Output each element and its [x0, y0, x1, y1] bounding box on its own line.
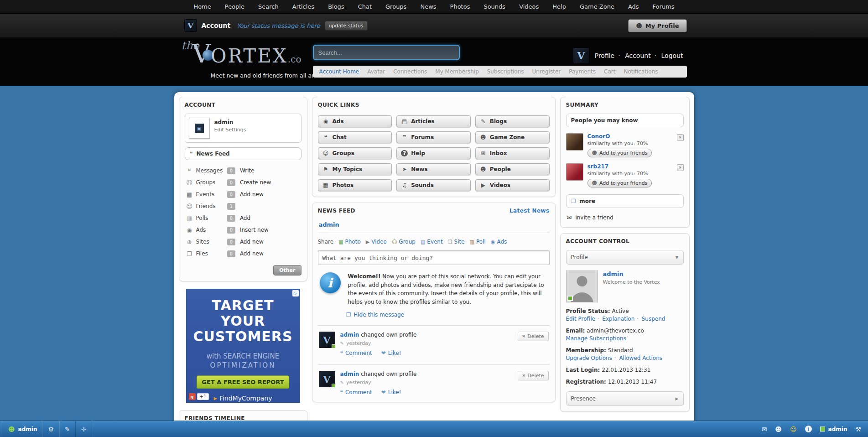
ad-cta-button[interactable]: GET A FREE SEO REPORT — [197, 375, 289, 389]
footer-messages-button[interactable]: ✉ — [758, 421, 771, 437]
plusone-button[interactable]: +1 — [197, 393, 209, 400]
create-new-link[interactable]: Create new — [240, 179, 271, 186]
google-plusone-widget[interactable]: g +1 — [189, 393, 209, 400]
messages-link[interactable]: Messages — [196, 167, 224, 174]
hide-message-link[interactable]: Hide this message — [353, 312, 404, 318]
quick-link-chat[interactable]: ❝Chat — [318, 131, 392, 143]
more-button[interactable]: ❐ more — [566, 194, 684, 208]
presence-section-toggle[interactable]: Presence ▶ — [566, 391, 684, 406]
other-button[interactable]: Other — [273, 265, 301, 276]
add-friend-button[interactable]: ☻Add to your friends — [587, 179, 652, 187]
my-profile-button[interactable]: ☻ My Profile — [628, 19, 686, 32]
footer-people-button[interactable]: ☻ — [771, 421, 786, 437]
nav-sounds[interactable]: Sounds — [483, 3, 505, 10]
quick-link-videos[interactable]: ▶Videos — [475, 179, 550, 191]
suspend-link[interactable]: Suspend — [636, 316, 665, 322]
person-name-link[interactable]: srb217 — [587, 163, 609, 170]
footer-info-button[interactable]: i — [801, 421, 816, 437]
share-poll-link[interactable]: ▥Poll — [470, 239, 486, 245]
person-avatar[interactable] — [566, 133, 583, 151]
nav-people[interactable]: People — [225, 3, 244, 10]
nav-chat[interactable]: Chat — [358, 3, 372, 10]
nav-photos[interactable]: Photos — [450, 3, 470, 10]
subnav-unregister[interactable]: Unregister — [532, 68, 561, 75]
groups-link[interactable]: Groups — [196, 179, 224, 186]
subnav-my-membership[interactable]: My Membership — [435, 68, 478, 75]
profile-avatar[interactable] — [566, 271, 598, 302]
nav-home[interactable]: Home — [193, 3, 211, 10]
feed-user-link[interactable]: admin — [340, 371, 359, 377]
add-new-link[interactable]: Add new — [240, 239, 264, 245]
footer-user-button[interactable]: ☻ admin — [3, 421, 42, 437]
adchoices-icon[interactable]: ▷ — [292, 290, 299, 297]
share-site-link[interactable]: ❐Site — [448, 239, 465, 245]
quick-link-help[interactable]: ?Help — [396, 147, 471, 159]
edit-profile-link[interactable]: Edit Profile — [566, 316, 595, 322]
nav-search[interactable]: Search — [258, 3, 279, 10]
subnav-account-home[interactable]: Account Home — [319, 68, 359, 75]
nav-help[interactable]: Help — [552, 3, 566, 10]
subnav-cart[interactable]: Cart — [604, 68, 615, 75]
subnav-notifications[interactable]: Notifications — [624, 68, 658, 75]
nav-groups[interactable]: Groups — [385, 3, 406, 10]
status-message-link[interactable]: Your status message is here — [237, 22, 320, 29]
invite-friend-link[interactable]: ✉ invite a friend — [567, 214, 683, 221]
share-video-link[interactable]: ▶Video — [366, 239, 387, 245]
news-feed-toggle[interactable]: ❝ News Feed — [185, 147, 301, 160]
nav-videos[interactable]: Videos — [519, 3, 539, 10]
subnav-payments[interactable]: Payments — [569, 68, 596, 75]
nav-articles[interactable]: Articles — [292, 3, 314, 10]
share-group-link[interactable]: ☺Group — [392, 239, 416, 245]
delete-button[interactable]: ✖Delete — [518, 371, 549, 380]
status-composer-input[interactable] — [318, 250, 550, 265]
feed-user-avatar[interactable]: V — [319, 332, 335, 348]
footer-edit-button[interactable]: ✎ — [59, 421, 76, 437]
subnav-avatar[interactable]: Avatar — [367, 68, 385, 75]
quick-link-blogs[interactable]: ✎Blogs — [475, 115, 550, 127]
dismiss-suggestion-button[interactable]: ✕ — [677, 134, 684, 141]
explanation-link[interactable]: Explanation — [597, 316, 635, 322]
ad-banner[interactable]: ▷ TARGET YOUR CUSTOMERS with SEARCH ENGI… — [186, 289, 300, 403]
feed-user-link[interactable]: admin — [340, 332, 359, 338]
person-name-link[interactable]: ConorO — [587, 133, 610, 140]
edit-settings-link[interactable]: Edit Settings — [214, 127, 246, 133]
polls-link[interactable]: Polls — [196, 215, 224, 221]
quick-link-photos[interactable]: ▦Photos — [318, 179, 392, 191]
profile-section-toggle[interactable]: Profile ▼ — [566, 250, 684, 265]
logout-link[interactable]: Logout — [655, 52, 683, 59]
feed-user-link[interactable]: admin — [319, 221, 339, 228]
subnav-connections[interactable]: Connections — [393, 68, 427, 75]
upgrade-options-link[interactable]: Upgrade Options — [566, 355, 612, 361]
add-new-link[interactable]: Add new — [240, 191, 264, 198]
add-link[interactable]: Add — [240, 215, 250, 221]
footer-tools-button[interactable]: ⚒ — [851, 421, 865, 437]
quick-link-game-zone[interactable]: ☻Game Zone — [475, 131, 550, 143]
account-link[interactable]: Account — [618, 52, 650, 59]
quick-link-people[interactable]: ☻People — [475, 163, 550, 175]
share-photo-link[interactable]: ▦Photo — [338, 239, 361, 245]
share-event-link[interactable]: ▤Event — [421, 239, 443, 245]
insert-new-link[interactable]: Insert new — [240, 227, 269, 233]
add-new-link[interactable]: Add new — [240, 250, 264, 257]
nav-blogs[interactable]: Blogs — [328, 3, 344, 10]
footer-emoticons-button[interactable]: ☺ — [786, 421, 801, 437]
quick-link-groups[interactable]: ☺Groups — [318, 147, 392, 159]
events-link[interactable]: Events — [196, 191, 224, 198]
sites-link[interactable]: Sites — [196, 239, 224, 245]
quick-link-my-topics[interactable]: ⚑My Topics — [318, 163, 392, 175]
nav-game-zone[interactable]: Game Zone — [580, 3, 614, 10]
quick-link-articles[interactable]: ▤Articles — [396, 115, 471, 127]
footer-settings-button[interactable]: ⚙ — [42, 421, 59, 437]
allowed-actions-link[interactable]: Allowed Actions — [614, 355, 662, 361]
manage-subscriptions-link[interactable]: Manage Subscriptions — [566, 335, 626, 342]
person-avatar[interactable] — [566, 163, 583, 181]
comment-link[interactable]: ❝Comment — [340, 350, 372, 356]
files-link[interactable]: Files — [196, 250, 224, 257]
update-status-button[interactable]: update status — [325, 21, 368, 31]
ads-link[interactable]: Ads — [196, 227, 224, 233]
write-link[interactable]: Write — [240, 167, 255, 174]
quick-link-ads[interactable]: ◉Ads — [318, 115, 392, 127]
footer-move-button[interactable]: ✛ — [76, 421, 92, 437]
quick-link-inbox[interactable]: ✉Inbox — [475, 147, 550, 159]
add-friend-button[interactable]: ☻Add to your friends — [587, 149, 652, 157]
